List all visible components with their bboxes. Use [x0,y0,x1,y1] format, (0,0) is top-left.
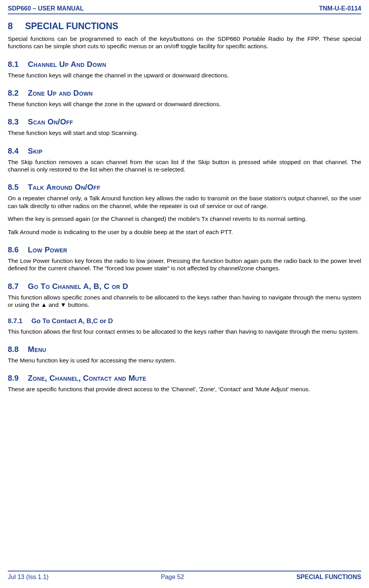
heading-8-3-title: Scan On/Off [28,117,73,126]
heading-8-8: 8.8 Menu [8,345,361,354]
heading-8-4-title: Skip [28,147,43,155]
heading-8-5-title: Talk Around On/Off [28,183,100,191]
heading-8-9-title: Zone, Channel, Contact and Mute [28,374,147,382]
heading-8-9-num: 8.9 [8,373,26,383]
section-8-7-body: This function allows specific zones and … [8,294,361,309]
section-8-8-body: The Menu function key is used for access… [8,357,361,364]
heading-8-7-1: 8.7.1 Go To Contact A, B,C or D [8,317,361,325]
heading-8-5: 8.5 Talk Around On/Off [8,182,361,192]
section-8-5-p2: When the key is pressed again (or the Ch… [8,215,361,222]
heading-8-1-num: 8.1 [8,60,26,69]
header-right: TNM-U-E-0114 [319,5,361,12]
heading-8-6: 8.6 Low Power [8,245,361,255]
heading-8-2-title: Zone Up and Down [28,89,93,97]
heading-8-7-1-num: 8.7.1 [8,317,30,325]
heading-8-2-num: 8.2 [8,88,26,98]
header-rule [8,13,361,14]
page: SDP660 – USER MANUAL TNM-U-E-0114 8 SPEC… [0,0,369,588]
section-8-6-body: The Low Power function key forces the ra… [8,257,361,272]
heading-8-title: SPECIAL FUNCTIONS [25,21,118,31]
section-8-9-body: These are specific functions that provid… [8,385,361,393]
heading-8-6-title: Low Power [28,245,67,254]
heading-8-3-num: 8.3 [8,117,26,127]
heading-8-7-title: Go To Channel A, B, C or D [28,282,128,290]
heading-8-1-title: Channel Up And Down [28,60,107,68]
footer-center: Page 52 [161,573,184,581]
heading-8: 8 SPECIAL FUNCTIONS [8,21,361,32]
heading-8-4-num: 8.4 [8,146,26,156]
page-footer-wrap: Jul 13 (Iss 1.1) Page 52 SPECIAL FUNCTIO… [8,559,361,588]
page-header: SDP660 – USER MANUAL TNM-U-E-0114 [8,5,361,13]
heading-8-7-1-title: Go To Contact A, B,C or D [31,317,113,325]
section-8-1-body: These function keys will change the chan… [8,72,361,79]
section-8-5-p3: Talk Around mode is indicating to the us… [8,228,361,236]
section-8-4-body: The Skip function removes a scan channel… [8,158,361,173]
footer-left: Jul 13 (Iss 1.1) [8,573,49,581]
heading-8-2: 8.2 Zone Up and Down [8,88,361,98]
heading-8-4: 8.4 Skip [8,146,361,156]
page-footer: Jul 13 (Iss 1.1) Page 52 SPECIAL FUNCTIO… [8,573,361,588]
heading-8-1: 8.1 Channel Up And Down [8,60,361,69]
heading-8-7: 8.7 Go To Channel A, B, C or D [8,282,361,291]
section-8-3-body: These function keys will start and stop … [8,129,361,136]
heading-8-5-num: 8.5 [8,182,26,192]
heading-8-9: 8.9 Zone, Channel, Contact and Mute [8,373,361,383]
section-8-2-body: These function keys will change the zone… [8,100,361,108]
section-8-7-1-body: This function allows the first four cont… [8,328,361,335]
heading-8-7-num: 8.7 [8,282,26,291]
footer-right: SPECIAL FUNCTIONS [296,573,361,581]
heading-8-8-num: 8.8 [8,345,26,354]
section-8-5-p1: On a repeater channel only, a Talk Aroun… [8,194,361,210]
heading-8-6-num: 8.6 [8,245,26,255]
heading-8-num: 8 [8,21,23,32]
heading-8-8-title: Menu [28,345,46,354]
footer-rule [8,570,361,572]
heading-8-3: 8.3 Scan On/Off [8,117,361,127]
header-left: SDP660 – USER MANUAL [8,5,84,12]
section-8-intro: Special functions can be programmed to e… [8,35,361,50]
